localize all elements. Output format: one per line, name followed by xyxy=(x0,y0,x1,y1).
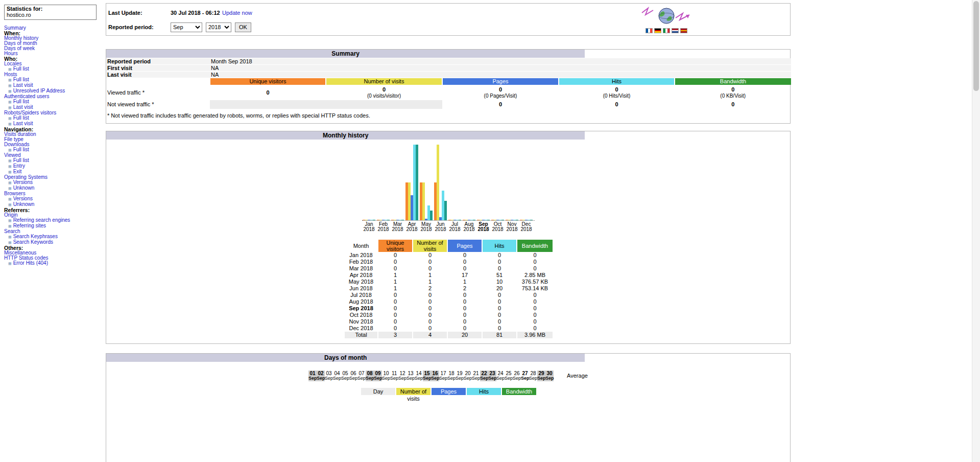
day-label-28: 28Sep xyxy=(529,371,537,381)
day-label-13: 13Sep xyxy=(407,371,415,381)
bar-bandwidth-kb xyxy=(501,220,504,220)
viewed-value-number-of-visits: 0(0 visits/visitor) xyxy=(326,85,442,100)
sidebar-item-days-of-week[interactable]: Days of week xyxy=(4,46,105,51)
monthly-row-aug-2018: Aug 201800000 xyxy=(344,298,553,305)
x-label-jul-2018: Jul2018 xyxy=(448,222,462,232)
bars-aug-2018 xyxy=(463,220,476,220)
update-now-link[interactable]: Update now xyxy=(222,10,252,16)
list-icon: ▦ xyxy=(8,78,12,82)
bars-jun-2018 xyxy=(434,145,447,220)
x-label-sep-2018: Sep2018 xyxy=(476,222,491,232)
logo-area xyxy=(638,6,695,33)
day-label-21: 21Sep xyxy=(472,371,480,381)
x-label-jan-2018: Jan2018 xyxy=(362,222,376,232)
bar-number-of-visits xyxy=(437,145,439,220)
summary-row-value: NA xyxy=(210,72,791,78)
day-label-14: 14Sep xyxy=(415,371,423,381)
bar-number-of-visits xyxy=(422,182,425,220)
bar-bandwidth-kb xyxy=(373,220,375,220)
summary-footnote: * Not viewed traffic includes traffic ge… xyxy=(106,109,790,123)
summary-table: Reported period Month Sep 2018 First vis… xyxy=(106,58,791,109)
list-icon: ▦ xyxy=(8,100,12,104)
monthly-history-chart-area: Jan2018Feb2018Mar2018Apr2018May2018Jun20… xyxy=(362,145,535,232)
not-viewed-value: 0 xyxy=(675,100,791,109)
day-label-12: 12Sep xyxy=(398,371,407,381)
col-unique-visitors: Unique visitors xyxy=(378,240,413,252)
vertical-scrollbar[interactable] xyxy=(972,0,980,462)
flag-italian-icon[interactable] xyxy=(663,28,670,33)
x-label-mar-2018: Mar2018 xyxy=(391,222,405,232)
summary-metrics-header: Unique visitorsNumber of visitsPagesHits… xyxy=(106,78,791,85)
col-bandwidth: Bandwidth xyxy=(517,240,553,252)
monthly-row-may-2018: May 201811110376.57 KB xyxy=(344,279,553,285)
x-label-apr-2018: Apr2018 xyxy=(405,222,419,232)
viewed-traffic-row: Viewed traffic * 00(0 visits/visitor)0(0… xyxy=(106,85,791,100)
bar-bandwidth-kb xyxy=(430,211,433,220)
list-icon: ▦ xyxy=(8,203,12,206)
sidebar-nav: SummaryWhen:Monthly historyDays of month… xyxy=(4,26,105,266)
bar-bandwidth-kb xyxy=(487,220,490,220)
ok-button[interactable]: OK xyxy=(235,22,251,32)
bars-oct-2018 xyxy=(491,220,505,220)
language-flags xyxy=(638,28,695,33)
not-viewed-traffic-row: Not viewed traffic * 000 xyxy=(106,100,791,109)
days-col-pages: Pages xyxy=(432,388,466,395)
flag-french-icon[interactable] xyxy=(646,28,653,33)
bar-bandwidth-kb xyxy=(444,201,447,220)
top-header: Last Update: 30 Jul 2018 - 06:12 Update … xyxy=(106,3,791,36)
sidebar-item-hours[interactable]: Hours xyxy=(4,51,105,56)
flag-spanish-icon[interactable] xyxy=(680,28,687,33)
sidebar-item-error-hits-404[interactable]: ▦Error Hits (404) xyxy=(4,261,105,266)
monthly-table-header-row: MonthUnique visitorsNumber of visitsPage… xyxy=(344,240,553,252)
days-of-month-labels: 01Sep02Sep03Sep04Sep05Sep06Sep07Sep08Sep… xyxy=(308,371,554,381)
statistics-for-label: Statistics for: xyxy=(7,6,94,12)
bar-bandwidth-kb xyxy=(459,220,461,220)
statistics-for-box: Statistics for: hostico.ro xyxy=(4,5,97,20)
monthly-row-sep-2018: Sep 201800000 xyxy=(344,305,553,312)
monthly-row-apr-2018: Apr 20181117512.85 MB xyxy=(344,272,553,279)
bar-bandwidth-kb xyxy=(473,220,475,220)
bars-may-2018 xyxy=(420,182,433,220)
summary-col-bandwidth: Bandwidth xyxy=(675,78,791,85)
day-label-26: 26Sep xyxy=(513,371,521,381)
list-icon: ▦ xyxy=(8,187,12,190)
list-icon: ▦ xyxy=(8,235,12,239)
flag-dutch-icon[interactable] xyxy=(672,28,679,33)
list-icon: ▦ xyxy=(8,197,12,201)
sidebar-section-referrers: Referrers: xyxy=(4,207,105,213)
day-label-11: 11Sep xyxy=(390,371,398,381)
days-col-number-of-visits: Number of visits xyxy=(396,388,431,395)
monthly-row-dec-2018: Dec 201800000 xyxy=(344,325,553,332)
not-viewed-value: 0 xyxy=(559,100,675,109)
list-icon: ▦ xyxy=(8,89,12,93)
summary-title: Summary xyxy=(106,50,585,58)
x-label-aug-2018: Aug2018 xyxy=(462,222,476,232)
flag-german-icon[interactable] xyxy=(654,28,661,33)
x-label-may-2018: May2018 xyxy=(419,222,434,232)
day-label-07: 07Sep xyxy=(357,371,366,381)
summary-col-hits: Hits xyxy=(559,78,675,85)
day-label-29: 29Sep xyxy=(537,371,545,381)
days-of-month-labels-row: 01Sep02Sep03Sep04Sep05Sep06Sep07Sep08Sep… xyxy=(106,371,790,381)
list-icon: ▦ xyxy=(8,170,12,174)
summary-row-value: NA xyxy=(210,65,791,72)
day-label-03: 03Sep xyxy=(325,371,333,381)
col-number-of-visits: Number of visits xyxy=(413,240,447,252)
year-select[interactable]: 2018 xyxy=(206,22,231,32)
viewed-value-hits: 0(0 Hits/Visit) xyxy=(559,85,675,100)
day-label-02: 02Sep xyxy=(317,371,325,381)
summary-panel: Summary Reported period Month Sep 2018 F… xyxy=(106,49,791,124)
scrollbar-thumb[interactable] xyxy=(973,1,979,91)
sidebar-item-full-list[interactable]: ▦Full list xyxy=(4,66,105,72)
bar-bandwidth-kb xyxy=(516,220,518,220)
day-label-18: 18Sep xyxy=(447,371,456,381)
awstats-logo xyxy=(640,6,693,26)
x-label-jun-2018: Jun2018 xyxy=(434,222,448,232)
col-hits: Hits xyxy=(482,240,517,252)
monthly-history-chart xyxy=(362,145,535,221)
list-icon: ▦ xyxy=(8,122,12,126)
month-select[interactable]: Sep xyxy=(171,22,202,32)
day-label-20: 20Sep xyxy=(464,371,472,381)
monthly-row-total: Total3420813.96 MB xyxy=(344,332,553,338)
x-label-nov-2018: Nov2018 xyxy=(505,222,519,232)
